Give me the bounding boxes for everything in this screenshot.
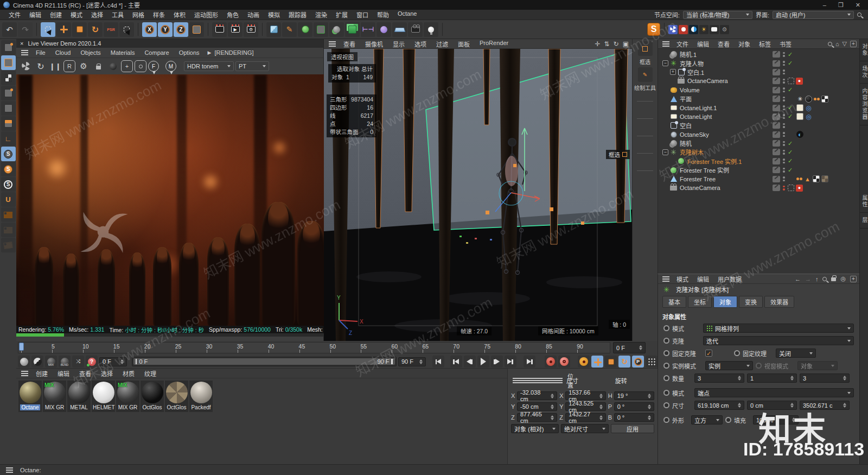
question-ball-icon[interactable]: ? bbox=[86, 356, 98, 368]
keyframe-dot-icon[interactable] bbox=[663, 390, 669, 396]
last-tool-button[interactable] bbox=[119, 22, 134, 37]
tree-row[interactable]: 平面✳ bbox=[658, 94, 859, 103]
edit-toggle-icon[interactable] bbox=[773, 87, 780, 93]
y-axis-lock-button[interactable]: Y bbox=[158, 22, 173, 37]
rotation-b-field[interactable]: 0 ° bbox=[614, 413, 654, 422]
spline-pen-menu[interactable]: ✎ bbox=[282, 22, 297, 37]
interface-select[interactable]: 启动 (用户) bbox=[773, 11, 854, 19]
keyframe-dot-icon[interactable] bbox=[663, 338, 669, 344]
octane-object-tag-icon[interactable] bbox=[814, 98, 820, 100]
redo-button[interactable]: ↷ bbox=[18, 22, 33, 37]
enable-dots-icon[interactable] bbox=[782, 123, 786, 128]
previous-frame-button[interactable] bbox=[464, 356, 476, 368]
menu-item[interactable]: 角色 bbox=[222, 9, 243, 20]
menu-item[interactable]: 文件 bbox=[4, 9, 25, 20]
material-menu-item[interactable]: 查看 bbox=[74, 369, 96, 378]
render-settings-button[interactable]: ⚙ bbox=[244, 22, 258, 37]
dolly-view-icon[interactable]: ⇅ bbox=[604, 40, 610, 48]
picture-viewer-button[interactable] bbox=[135, 60, 146, 72]
history-forward-icon[interactable]: → bbox=[805, 276, 811, 282]
keyframe-dot-icon[interactable] bbox=[663, 325, 669, 331]
rotation-h-field[interactable]: 19 ° bbox=[614, 391, 654, 400]
enable-dots-icon[interactable] bbox=[782, 168, 786, 173]
maximize-button[interactable]: ❒ bbox=[838, 2, 844, 9]
apply-button[interactable]: 应用 bbox=[611, 424, 654, 433]
live-viewer-menu-item[interactable]: Compare bbox=[139, 48, 174, 57]
snap-modes-button[interactable]: S bbox=[1, 177, 16, 192]
timeline-ruler[interactable]: 051015202530354045505560657075808590 bbox=[18, 342, 610, 353]
tab-coordinates[interactable]: 坐标 bbox=[688, 296, 712, 308]
search-icon[interactable] bbox=[857, 12, 861, 17]
size-z-field[interactable]: 3502.671 c bbox=[800, 401, 850, 410]
psr-tool[interactable]: PSR bbox=[104, 22, 118, 37]
range-end-field[interactable]: 90 F bbox=[398, 357, 426, 366]
viewport-hamburger-icon[interactable] bbox=[329, 43, 336, 45]
kernel-select[interactable]: PT bbox=[235, 61, 269, 71]
live-viewer-close-icon[interactable]: × bbox=[20, 40, 23, 47]
primitive-cube-menu[interactable] bbox=[266, 22, 281, 37]
octane-screen-icon[interactable] bbox=[710, 25, 719, 34]
live-viewer-menu-item[interactable]: Options bbox=[174, 48, 205, 57]
count-y-field[interactable]: 1 bbox=[747, 373, 797, 383]
material-item[interactable]: MIXMIX GR bbox=[43, 381, 66, 412]
size-mode-select[interactable]: 绝对尺寸 bbox=[561, 424, 609, 433]
edit-toggle-icon[interactable] bbox=[773, 78, 780, 84]
edit-toggle-icon[interactable] bbox=[773, 149, 780, 155]
enable-dots-icon[interactable] bbox=[782, 97, 786, 102]
menu-item[interactable]: 编辑 bbox=[25, 9, 46, 20]
planar-workplane-button[interactable] bbox=[1, 238, 16, 252]
mograph-effector-menu[interactable] bbox=[329, 22, 344, 37]
enable-dots-icon[interactable] bbox=[782, 52, 786, 57]
minimize-button[interactable]: – bbox=[823, 2, 826, 9]
edit-toggle-icon[interactable] bbox=[773, 140, 780, 147]
menu-item[interactable]: 跟踪器 bbox=[284, 9, 311, 20]
object-menu-item[interactable]: 编辑 bbox=[693, 39, 713, 49]
live-viewer-menu-item[interactable]: Objects bbox=[75, 48, 105, 57]
edit-toggle-icon[interactable] bbox=[773, 131, 780, 138]
draw-tool[interactable]: ✎ bbox=[638, 67, 653, 82]
enable-dots-icon[interactable] bbox=[782, 186, 786, 191]
light-tag-icon[interactable] bbox=[796, 113, 803, 120]
light-menu[interactable] bbox=[424, 22, 438, 37]
attribute-menu-item[interactable]: 编辑 bbox=[693, 274, 713, 284]
tree-row[interactable]: 空白 bbox=[658, 121, 859, 130]
edit-toggle-icon[interactable] bbox=[773, 113, 780, 120]
rotate-tool[interactable]: ↻ bbox=[88, 22, 103, 37]
live-viewer-hamburger-icon[interactable] bbox=[21, 52, 28, 53]
record-rotation-button[interactable]: ↻ bbox=[618, 356, 630, 368]
shuffle-icon[interactable]: ⤨ bbox=[72, 356, 84, 368]
menu-item[interactable]: 模拟 bbox=[264, 9, 284, 20]
history-back-icon[interactable]: ← bbox=[795, 276, 801, 282]
current-frame-field[interactable]: 0 F bbox=[613, 342, 646, 353]
tab-layers[interactable]: 层 bbox=[860, 213, 868, 229]
snap-toggle-button[interactable]: S bbox=[1, 147, 16, 161]
array-mode-select[interactable]: 端点 bbox=[694, 388, 854, 397]
scale-tool[interactable] bbox=[72, 22, 87, 37]
octane-camera-icon[interactable] bbox=[679, 25, 688, 34]
octane-sun-icon[interactable]: ☀ bbox=[699, 25, 709, 34]
field-force-menu[interactable]: ⊢⊣ bbox=[361, 22, 375, 37]
undo-button[interactable]: ↶ bbox=[2, 22, 17, 37]
pause-render-icon[interactable]: ❙❙ bbox=[49, 60, 62, 73]
floor-menu[interactable] bbox=[392, 22, 407, 37]
tree-row[interactable]: +空白.1 bbox=[658, 68, 859, 77]
enable-dots-icon[interactable] bbox=[782, 159, 786, 163]
record-position-button[interactable] bbox=[591, 356, 603, 368]
compositing-tag-icon[interactable] bbox=[821, 96, 828, 103]
material-item[interactable]: Octane bbox=[18, 381, 42, 412]
magnet-snap-button[interactable]: U bbox=[1, 192, 16, 207]
move-tool[interactable] bbox=[56, 22, 71, 37]
tree-row[interactable]: OctaneLight✓◎ bbox=[658, 112, 859, 121]
shape-select[interactable]: 立方 bbox=[691, 415, 723, 425]
menu-item[interactable]: 体积 bbox=[169, 9, 190, 20]
attributes-hamburger-icon[interactable] bbox=[662, 278, 669, 280]
attribute-menu-item[interactable]: 用户数据 bbox=[713, 274, 746, 284]
enable-dots-icon[interactable] bbox=[782, 176, 786, 181]
viewport-menu-item[interactable]: ProRender bbox=[475, 39, 513, 49]
enable-dots-icon[interactable] bbox=[782, 105, 786, 110]
position-z-field[interactable]: 877.465 cm bbox=[517, 413, 557, 422]
target-tag-icon[interactable]: ◎ bbox=[805, 104, 812, 111]
viewport-menu-item[interactable]: 过滤 bbox=[431, 39, 453, 49]
menu-item[interactable]: 选择 bbox=[87, 9, 107, 20]
count-x-field[interactable]: 3 bbox=[694, 373, 744, 383]
